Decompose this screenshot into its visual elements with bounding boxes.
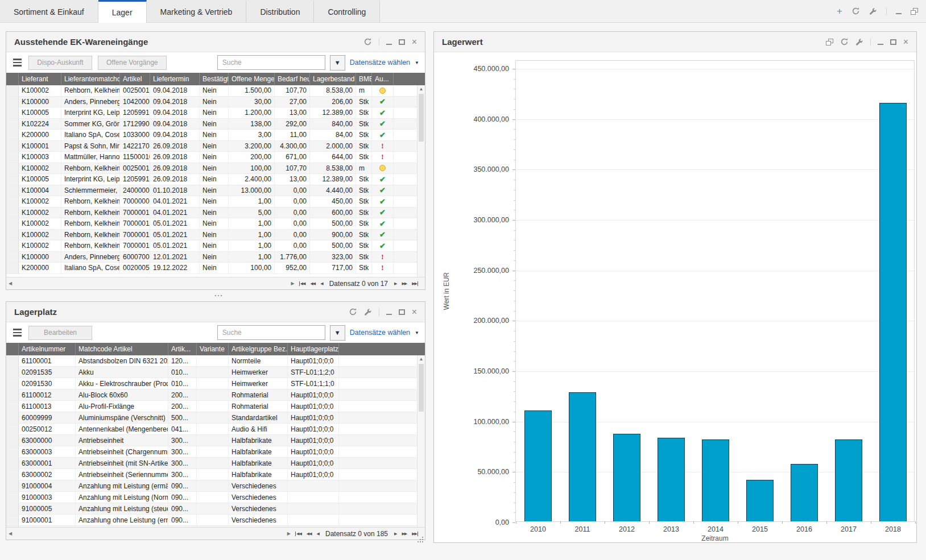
row-selector[interactable] <box>6 367 19 378</box>
record-last-icon[interactable]: ▶▶ <box>412 281 418 286</box>
column-header[interactable]: BME <box>356 73 372 85</box>
table-row[interactable]: 02091530Akku - Elektroschrauber (Prod...… <box>6 378 425 389</box>
tab-distribution[interactable]: Distribution <box>246 0 314 22</box>
vertical-scrollbar[interactable]: ▲ <box>417 355 425 527</box>
column-header[interactable]: Matchcode Artikel <box>76 343 168 355</box>
row-selector[interactable] <box>6 263 19 273</box>
column-header[interactable]: Artikelgruppe Bez... <box>229 343 288 355</box>
row-selector[interactable] <box>6 515 19 525</box>
table-row[interactable]: K100000Anders, Pinneberg1042000009.04.20… <box>6 97 425 108</box>
row-selector[interactable] <box>6 208 19 218</box>
column-header[interactable]: Offene Menge <box>229 73 275 85</box>
table-row[interactable]: K100002Rehborn, Kelkheim7000001004.01.20… <box>6 208 425 219</box>
table-row[interactable]: K100004Schlemmermeier, S...2400000001.10… <box>6 185 425 197</box>
refresh-icon[interactable] <box>840 38 849 46</box>
table-row[interactable]: K102224Sommer KG, Grömi...1712990009.04.… <box>6 119 425 130</box>
table-row[interactable]: 00250012Antennenkabel (Mengenberech...04… <box>6 424 425 435</box>
tab-marketing-vertrieb[interactable]: Marketing & Vertrieb <box>147 0 247 22</box>
close-icon[interactable]: × <box>412 38 417 47</box>
row-selector[interactable] <box>6 401 19 412</box>
filter-dropdown-button[interactable]: ▼ <box>330 325 345 341</box>
resize-grip-icon[interactable] <box>422 537 423 538</box>
column-header[interactable]: Lieferantenmatchc... <box>61 73 120 85</box>
horizontal-scrollbar[interactable] <box>12 530 287 537</box>
row-selector[interactable] <box>6 152 19 163</box>
column-header[interactable]: Bedarf heute <box>275 73 310 85</box>
table-row[interactable]: K100005Interprint KG, Leipz...1205991309… <box>6 107 425 119</box>
horizontal-scrollbar[interactable] <box>12 280 291 287</box>
bar-2015[interactable] <box>746 480 774 521</box>
table-row[interactable]: 63000002Antriebseinheit (Seriennummer)30… <box>6 469 425 480</box>
restore-icon[interactable] <box>911 8 918 15</box>
table-row[interactable]: K100003Mattmüller, Hanno...1150001026.09… <box>6 152 425 163</box>
row-selector[interactable] <box>6 252 19 263</box>
row-selector[interactable] <box>6 163 19 174</box>
datensaetze-waehlen-link[interactable]: Datensätze wählen <box>350 59 410 67</box>
scrollbar-thumb[interactable] <box>419 364 424 412</box>
scrollbar-thumb[interactable] <box>419 94 424 142</box>
row-selector[interactable] <box>6 412 19 423</box>
table-row[interactable]: K100002Rehborn, Kelkheim7000001105.01.20… <box>6 218 425 230</box>
table-row[interactable]: K100002Rehborn, Kelkheim7000001305.01.20… <box>6 240 425 252</box>
table-row[interactable]: K200000Italiano SpA, Cose...1033000009.0… <box>6 130 425 141</box>
row-selector[interactable] <box>6 492 19 503</box>
row-selector[interactable] <box>6 526 19 527</box>
table-row[interactable]: K100002Rehborn, Kelkheim7000001205.01.20… <box>6 230 425 241</box>
offene-vorgaenge-button[interactable]: Offene Vorgänge <box>98 56 167 70</box>
column-header[interactable]: Artikel <box>120 73 150 85</box>
tools-icon[interactable] <box>869 7 877 15</box>
table-row[interactable]: 61100001Abstandsbolzen DIN 6321 20x25120… <box>6 355 425 367</box>
datensaetze-waehlen-link[interactable]: Datensätze wählen <box>350 329 410 337</box>
row-selector[interactable] <box>6 141 19 152</box>
table-row[interactable]: 61100013Alu-Profil-Fixlänge200...Rohmate… <box>6 401 425 412</box>
tools-icon[interactable] <box>364 308 372 316</box>
table-row[interactable]: K100002Rehborn, Kelkheim0025001226.09.20… <box>6 163 425 175</box>
bar-2013[interactable] <box>658 438 685 521</box>
scroll-up-icon[interactable]: ▲ <box>419 87 424 92</box>
bearbeiten-button[interactable]: Bearbeiten <box>28 326 92 340</box>
row-selector[interactable] <box>6 119 19 130</box>
close-icon[interactable]: × <box>412 308 417 317</box>
maximize-icon[interactable] <box>890 39 896 45</box>
table-row[interactable]: 91000004Anzahlung mit Leistung (ermäßi..… <box>6 480 425 492</box>
table-row[interactable]: 91000003Anzahlung mit Leistung (Norma...… <box>6 492 425 503</box>
table-row[interactable]: K100002Rehborn, Kelkheim7000000904.01.20… <box>6 196 425 208</box>
column-header[interactable]: Variante <box>197 343 229 355</box>
menu-icon[interactable] <box>12 327 23 338</box>
scroll-up-icon[interactable]: ▲ <box>419 357 424 362</box>
search-input[interactable] <box>217 55 325 70</box>
add-icon[interactable]: + <box>837 6 842 16</box>
column-header[interactable]: Bestätigt <box>200 73 229 85</box>
row-selector[interactable] <box>6 446 19 457</box>
table-row[interactable]: 63000001Antriebseinheit (mit SN-Artikel)… <box>6 458 425 469</box>
dispo-auskunft-button[interactable]: Dispo-Auskunft <box>28 56 92 70</box>
record-next-icon[interactable]: ▶ <box>394 532 396 536</box>
row-selector[interactable] <box>6 480 19 491</box>
bar-2017[interactable] <box>835 439 862 521</box>
panel-splitter-handle[interactable] <box>6 291 425 300</box>
row-selector[interactable] <box>6 107 19 118</box>
column-header[interactable]: Artik... <box>168 343 197 355</box>
record-first-icon[interactable]: ◀◀ <box>295 532 301 536</box>
bar-2014[interactable] <box>702 439 729 521</box>
maximize-icon[interactable] <box>399 39 405 45</box>
search-input[interactable] <box>217 325 325 340</box>
record-prev-icon[interactable]: ◀ <box>317 532 319 536</box>
row-selector[interactable] <box>6 130 19 140</box>
bar-2018[interactable] <box>879 103 907 521</box>
column-header[interactable]: Lagerbestand <box>310 73 356 85</box>
table-row[interactable]: K100002Rehborn, Kelkheim0025001209.04.20… <box>6 85 425 97</box>
bar-2010[interactable] <box>524 410 552 521</box>
tab-sortiment-einkauf[interactable]: Sortiment & Einkauf <box>0 0 98 22</box>
table-row[interactable]: 60009999Aluminiumspäne (Verschnitt)500..… <box>6 412 425 424</box>
vertical-scrollbar[interactable]: ▲ <box>417 85 425 277</box>
table-row[interactable]: K100001Papst & Sohn, Min...1422170126.09… <box>6 141 425 152</box>
table-row[interactable]: 63000000Antriebseinheit300...Halbfabrika… <box>6 435 425 446</box>
minimize-icon[interactable] <box>386 39 392 45</box>
column-header[interactable]: Lieferant <box>19 73 61 85</box>
row-selector[interactable] <box>6 435 19 446</box>
column-header[interactable]: Hauptlagerplatz <box>288 343 339 355</box>
row-selector[interactable] <box>6 469 19 480</box>
record-prev-icon[interactable]: ◀ <box>320 281 323 286</box>
table-row[interactable]: 91000001Anzahlung ohne Leistung (ermä...… <box>6 515 425 526</box>
